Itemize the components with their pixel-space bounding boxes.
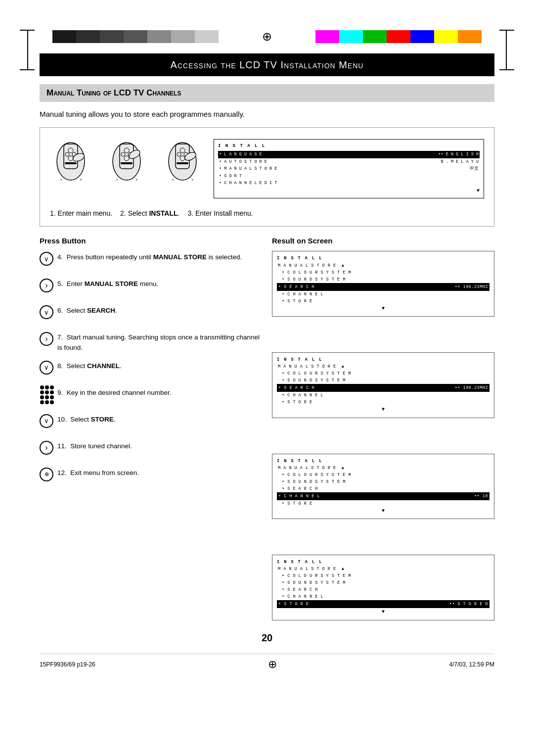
nd6 (50, 390, 54, 394)
nd12 (50, 400, 54, 404)
footer-crosshair: ⊕ (268, 658, 277, 671)
screen10-coloursys: • C O L O U R S Y S T E M (277, 572, 490, 579)
reg-vline-right (506, 30, 507, 69)
screen4-soundsys: • S O U N D S Y S T E M (277, 276, 490, 283)
screen-4: I N S T A L L M A N U A L S T O R E ▲ • … (272, 251, 494, 317)
down-btn-4[interactable]: ∨ (40, 252, 53, 266)
screen4-down: ▼ (277, 305, 490, 313)
install-sort-row: • S O R T (218, 173, 480, 180)
crosshair-center: ⊕ (262, 30, 272, 44)
remote-2: + + (106, 137, 148, 188)
screen8-coloursys: • C O L O U R S Y S T E M (277, 472, 490, 478)
nd8 (45, 395, 49, 399)
svg-text:+: + (172, 178, 174, 182)
down-btn-8[interactable]: ∨ (40, 361, 53, 375)
screen6-soundsys: • S O U N D S Y S T E M (277, 377, 490, 384)
right-color-bars (315, 30, 482, 43)
bar-1 (52, 30, 76, 43)
press-button-column: Press Button ∨ 4. Press button repeatedl… (40, 236, 267, 627)
footer-left: 15PF9936/69 p19-26 (40, 661, 95, 668)
nd3 (50, 385, 54, 389)
install-manualstore-row: • M A N U A L S T O R E中文 (218, 165, 480, 172)
screen-8: I N S T A L L M A N U A L S T O R E ▲ • … (272, 454, 494, 520)
step1-label: 1. Enter main menu. (50, 209, 112, 217)
step-12-row: ⊕ 12. Exit menu from screen. (40, 467, 262, 486)
bar-3 (100, 30, 124, 43)
nd9 (50, 395, 54, 399)
reg-hline-lt (20, 30, 35, 31)
screen8-store: • S T O R E (277, 500, 490, 507)
footer-center: ⊕ (268, 658, 277, 671)
step-12-desc: 12. Exit menu from screen. (57, 467, 262, 478)
numpad-grid (40, 385, 54, 404)
screen10-title: I N S T A L L (277, 559, 490, 566)
right-btn-5[interactable]: › (40, 279, 53, 292)
main-title: Accessing the LCD TV Installation Menu (40, 53, 494, 76)
step-7-desc: 7. Start manual tuning. Searching stops … (57, 331, 262, 353)
step-10-icon: ∨ (40, 413, 57, 428)
sub-title: Manual Tuning of LCD TV Channels (40, 84, 494, 102)
reg-vline-left (27, 30, 28, 69)
step-8-desc: 8. Select CHANNEL. (57, 360, 262, 371)
step-labels: 1. Enter main menu. 2. Select INSTALL. 3… (50, 204, 484, 217)
result-4-5: I N S T A L L M A N U A L S T O R E ▲ • … (272, 251, 494, 347)
top-color-bars: ⊕ (40, 30, 494, 44)
step-7-row: › 7. Start manual tuning. Searching stop… (40, 331, 262, 353)
screen8-title: I N S T A L L (277, 458, 490, 465)
bar-2 (76, 30, 100, 43)
screen4-manualstore: M A N U A L S T O R E ▲ (277, 262, 490, 269)
footer: 15PF9936/69 p19-26 ⊕ 4/7/03, 12:59 PM (40, 654, 494, 671)
step-9-icon (40, 386, 57, 402)
bar-red (387, 30, 410, 43)
screen6-manualstore: M A N U A L S T O R E ▲ (277, 363, 490, 370)
sub-title-text: Manual Tuning of LCD TV Channels (46, 88, 181, 97)
step-7-icon: › (40, 331, 57, 346)
page-wrapper: ⊕ Accessing the LCD TV Installation Menu… (0, 0, 534, 756)
down-btn-10[interactable]: ∨ (40, 414, 53, 428)
step-10-desc: 10. Select STORE. (57, 413, 262, 425)
install-mini-screen-container: I N S T A L L • L A N G U A G E•• E N G … (214, 137, 484, 198)
exit-btn-12[interactable]: ⊕ (40, 468, 53, 481)
steps-diagram: + + + + (50, 137, 484, 198)
down-btn-6[interactable]: ∨ (40, 305, 53, 319)
nd5 (45, 390, 49, 394)
right-btn-11[interactable]: › (40, 441, 53, 455)
screen8-manualstore: M A N U A L S T O R E ▲ (277, 465, 490, 472)
result-on-screen-column: Result on Screen I N S T A L L M A N U A… (267, 236, 494, 627)
result-on-screen-header: Result on Screen (272, 236, 494, 245)
step-4-row: ∨ 4. Press button repeatedly until MANUA… (40, 251, 262, 271)
nd11 (45, 400, 49, 404)
screen6-store: • S T O R E (277, 399, 490, 406)
screen-10: I N S T A L L M A N U A L S T O R E ▲ • … (272, 555, 494, 620)
result-10-12: I N S T A L L M A N U A L S T O R E ▲ • … (272, 555, 494, 620)
steps-outer-box: + + + + (40, 127, 494, 227)
screen6-title: I N S T A L L (277, 356, 490, 363)
svg-rect-16 (121, 162, 133, 164)
remote-svg-2: + + (106, 137, 148, 186)
svg-text:+: + (135, 178, 138, 182)
page-number: 20 (40, 632, 494, 644)
svg-text:+: + (116, 178, 118, 182)
step-6-desc: 6. Select SEARCH. (57, 304, 262, 316)
nd7 (40, 395, 44, 399)
screen10-manualstore: M A N U A L S T O R E ▲ (277, 566, 490, 572)
step-4-icon: ∨ (40, 251, 57, 266)
step-8-icon: ∨ (40, 360, 57, 375)
screen-6: I N S T A L L M A N U A L S T O R E ▲ • … (272, 352, 494, 418)
step-11-desc: 11. Store tuned channel. (57, 440, 262, 451)
screen6-down: ▼ (277, 406, 490, 414)
intro-text: Manual tuning allows you to store each p… (40, 110, 494, 118)
nd10 (40, 400, 44, 404)
right-btn-7[interactable]: › (40, 332, 53, 346)
step-8-row: ∨ 8. Select CHANNEL. (40, 360, 262, 379)
screen6-search: • S E A R C H•• 196.23MHZ (277, 384, 490, 392)
bar-5 (147, 30, 171, 43)
nd2 (45, 385, 49, 389)
bar-cyan (339, 30, 363, 43)
step3-label: 3. Enter Install menu. (187, 209, 253, 217)
step-11-row: › 11. Store tuned channel. (40, 440, 262, 460)
nd1 (40, 385, 44, 389)
remote-svg-3: + + (162, 137, 204, 186)
step-6-row: ∨ 6. Select SEARCH. (40, 304, 262, 324)
screen4-coloursys: • C O L O U R S Y S T E M (277, 269, 490, 276)
